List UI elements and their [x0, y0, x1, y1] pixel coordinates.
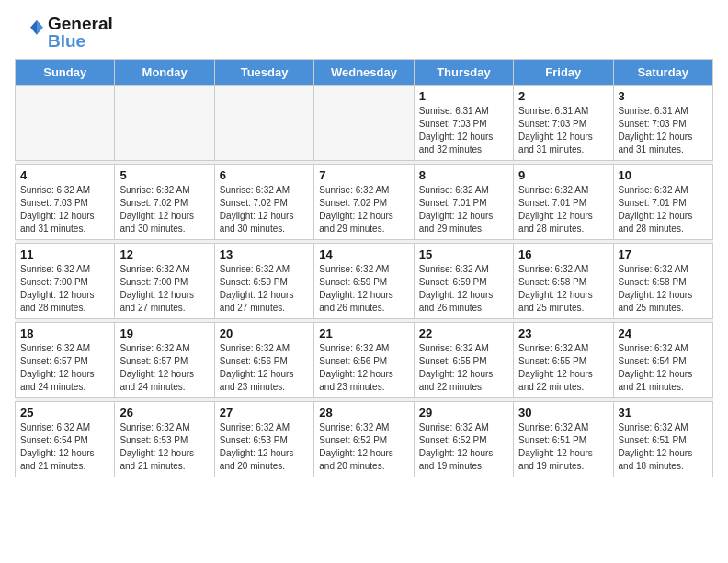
- day-number: 11: [20, 247, 109, 261]
- svg-rect-0: [15, 17, 44, 47]
- table-cell: 10Sunrise: 6:32 AMSunset: 7:01 PMDayligh…: [613, 165, 712, 240]
- day-info: Sunrise: 6:32 AMSunset: 7:00 PMDaylight:…: [119, 263, 209, 315]
- day-info: Sunrise: 6:32 AMSunset: 7:02 PMDaylight:…: [119, 184, 209, 236]
- table-cell: 24Sunrise: 6:32 AMSunset: 6:54 PMDayligh…: [613, 323, 712, 398]
- table-cell: 20Sunrise: 6:32 AMSunset: 6:56 PMDayligh…: [214, 323, 313, 398]
- day-info: Sunrise: 6:32 AMSunset: 6:56 PMDaylight:…: [319, 342, 408, 394]
- day-number: 15: [419, 247, 508, 261]
- day-number: 23: [518, 327, 608, 340]
- day-info: Sunrise: 6:31 AMSunset: 7:03 PMDaylight:…: [518, 105, 608, 156]
- day-number: 13: [220, 247, 309, 261]
- table-cell: 30Sunrise: 6:32 AMSunset: 6:51 PMDayligh…: [514, 402, 613, 477]
- day-number: 20: [220, 327, 309, 340]
- day-number: 9: [518, 168, 608, 182]
- day-number: 12: [119, 247, 209, 261]
- day-number: 26: [119, 406, 209, 419]
- svg-marker-1: [37, 20, 43, 35]
- day-info: Sunrise: 6:32 AMSunset: 7:02 PMDaylight:…: [319, 184, 408, 236]
- day-info: Sunrise: 6:32 AMSunset: 6:51 PMDaylight:…: [619, 421, 708, 473]
- table-cell: 7Sunrise: 6:32 AMSunset: 7:02 PMDaylight…: [314, 165, 414, 240]
- table-cell: 17Sunrise: 6:32 AMSunset: 6:58 PMDayligh…: [613, 244, 712, 319]
- calendar-header-row: Sunday Monday Tuesday Wednesday Thursday…: [16, 60, 713, 86]
- table-cell: [115, 86, 214, 161]
- table-cell: 22Sunrise: 6:32 AMSunset: 6:55 PMDayligh…: [414, 323, 513, 398]
- day-info: Sunrise: 6:32 AMSunset: 7:02 PMDaylight:…: [220, 184, 309, 236]
- day-info: Sunrise: 6:32 AMSunset: 6:59 PMDaylight:…: [419, 263, 508, 315]
- day-info: Sunrise: 6:32 AMSunset: 6:53 PMDaylight:…: [220, 421, 309, 473]
- day-number: 4: [20, 168, 109, 182]
- day-info: Sunrise: 6:32 AMSunset: 6:55 PMDaylight:…: [419, 342, 508, 394]
- day-info: Sunrise: 6:32 AMSunset: 6:58 PMDaylight:…: [518, 263, 608, 315]
- table-cell: 5Sunrise: 6:32 AMSunset: 7:02 PMDaylight…: [115, 165, 214, 240]
- day-info: Sunrise: 6:32 AMSunset: 7:01 PMDaylight:…: [619, 184, 708, 236]
- day-info: Sunrise: 6:32 AMSunset: 6:52 PMDaylight:…: [319, 421, 408, 473]
- header-thursday: Thursday: [414, 60, 513, 86]
- header-tuesday: Tuesday: [214, 60, 313, 86]
- table-cell: 27Sunrise: 6:32 AMSunset: 6:53 PMDayligh…: [214, 402, 313, 477]
- header-wednesday: Wednesday: [314, 60, 414, 86]
- day-number: 16: [518, 247, 608, 261]
- day-number: 3: [619, 89, 708, 103]
- day-number: 30: [518, 406, 608, 419]
- day-number: 24: [619, 327, 708, 340]
- day-number: 5: [119, 168, 209, 182]
- day-info: Sunrise: 6:32 AMSunset: 6:58 PMDaylight:…: [619, 263, 708, 315]
- table-cell: 13Sunrise: 6:32 AMSunset: 6:59 PMDayligh…: [214, 244, 313, 319]
- day-info: Sunrise: 6:32 AMSunset: 6:57 PMDaylight:…: [119, 342, 209, 394]
- day-info: Sunrise: 6:32 AMSunset: 6:54 PMDaylight:…: [619, 342, 708, 394]
- day-info: Sunrise: 6:31 AMSunset: 7:03 PMDaylight:…: [419, 105, 508, 156]
- day-number: 29: [419, 406, 508, 419]
- day-number: 8: [419, 168, 508, 182]
- day-info: Sunrise: 6:32 AMSunset: 6:55 PMDaylight:…: [518, 342, 608, 394]
- generalblue-icon: [15, 17, 44, 47]
- day-info: Sunrise: 6:31 AMSunset: 7:03 PMDaylight:…: [619, 105, 708, 156]
- day-number: 2: [518, 89, 608, 103]
- header-sunday: Sunday: [16, 60, 115, 86]
- table-cell: 15Sunrise: 6:32 AMSunset: 6:59 PMDayligh…: [414, 244, 513, 319]
- table-cell: 19Sunrise: 6:32 AMSunset: 6:57 PMDayligh…: [115, 323, 214, 398]
- table-cell: 2Sunrise: 6:31 AMSunset: 7:03 PMDaylight…: [514, 86, 613, 161]
- header: General Blue: [15, 15, 713, 50]
- day-number: 25: [20, 406, 109, 419]
- table-cell: 4Sunrise: 6:32 AMSunset: 7:03 PMDaylight…: [16, 165, 115, 240]
- table-cell: 16Sunrise: 6:32 AMSunset: 6:58 PMDayligh…: [514, 244, 613, 319]
- calendar-table: Sunday Monday Tuesday Wednesday Thursday…: [15, 59, 713, 477]
- day-number: 14: [319, 247, 408, 261]
- page: General Blue Sunday Monday Tuesday Wedne…: [0, 0, 728, 492]
- week-row-5: 25Sunrise: 6:32 AMSunset: 6:54 PMDayligh…: [16, 402, 713, 477]
- table-cell: 23Sunrise: 6:32 AMSunset: 6:55 PMDayligh…: [514, 323, 613, 398]
- table-cell: 14Sunrise: 6:32 AMSunset: 6:59 PMDayligh…: [314, 244, 414, 319]
- week-row-2: 4Sunrise: 6:32 AMSunset: 7:03 PMDaylight…: [16, 165, 713, 240]
- day-info: Sunrise: 6:32 AMSunset: 6:54 PMDaylight:…: [20, 421, 109, 473]
- day-number: 19: [119, 327, 209, 340]
- table-cell: 6Sunrise: 6:32 AMSunset: 7:02 PMDaylight…: [214, 165, 313, 240]
- logo: General Blue: [15, 15, 113, 50]
- day-info: Sunrise: 6:32 AMSunset: 7:01 PMDaylight:…: [419, 184, 508, 236]
- day-info: Sunrise: 6:32 AMSunset: 6:56 PMDaylight:…: [220, 342, 309, 394]
- svg-marker-2: [30, 20, 37, 35]
- day-number: 7: [319, 168, 408, 182]
- week-row-3: 11Sunrise: 6:32 AMSunset: 7:00 PMDayligh…: [16, 244, 713, 319]
- day-info: Sunrise: 6:32 AMSunset: 6:53 PMDaylight:…: [119, 421, 209, 473]
- day-info: Sunrise: 6:32 AMSunset: 6:57 PMDaylight:…: [20, 342, 109, 394]
- table-cell: 1Sunrise: 6:31 AMSunset: 7:03 PMDaylight…: [414, 86, 513, 161]
- day-number: 18: [20, 327, 109, 340]
- table-cell: 25Sunrise: 6:32 AMSunset: 6:54 PMDayligh…: [16, 402, 115, 477]
- day-info: Sunrise: 6:32 AMSunset: 7:00 PMDaylight:…: [20, 263, 109, 315]
- day-number: 10: [619, 168, 708, 182]
- week-row-4: 18Sunrise: 6:32 AMSunset: 6:57 PMDayligh…: [16, 323, 713, 398]
- day-info: Sunrise: 6:32 AMSunset: 6:59 PMDaylight:…: [220, 263, 309, 315]
- table-cell: 3Sunrise: 6:31 AMSunset: 7:03 PMDaylight…: [613, 86, 712, 161]
- table-cell: 11Sunrise: 6:32 AMSunset: 7:00 PMDayligh…: [16, 244, 115, 319]
- header-monday: Monday: [115, 60, 214, 86]
- day-number: 21: [319, 327, 408, 340]
- table-cell: 12Sunrise: 6:32 AMSunset: 7:00 PMDayligh…: [115, 244, 214, 319]
- table-cell: [314, 86, 414, 161]
- table-cell: 21Sunrise: 6:32 AMSunset: 6:56 PMDayligh…: [314, 323, 414, 398]
- week-row-1: 1Sunrise: 6:31 AMSunset: 7:03 PMDaylight…: [16, 86, 713, 161]
- header-saturday: Saturday: [613, 60, 712, 86]
- day-number: 1: [419, 89, 508, 103]
- table-cell: 28Sunrise: 6:32 AMSunset: 6:52 PMDayligh…: [314, 402, 414, 477]
- day-number: 31: [619, 406, 708, 419]
- header-friday: Friday: [514, 60, 613, 86]
